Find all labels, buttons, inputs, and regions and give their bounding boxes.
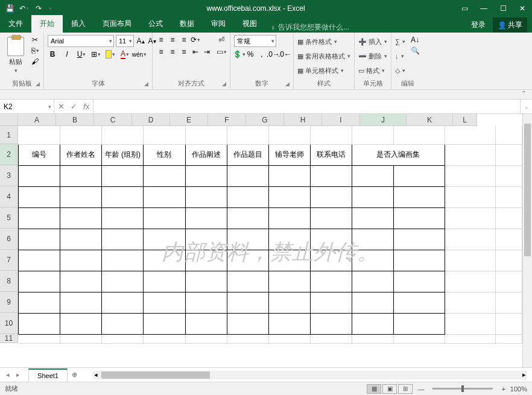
cell[interactable]	[144, 292, 185, 313]
cell[interactable]	[310, 207, 352, 229]
cell[interactable]	[60, 186, 102, 207]
share-button[interactable]: 👤 共享	[493, 17, 527, 33]
cell[interactable]	[352, 126, 394, 144]
tab-file[interactable]: 文件	[0, 15, 31, 33]
tab-insert[interactable]: 插入	[63, 15, 94, 33]
cell[interactable]	[394, 165, 445, 186]
cell[interactable]	[394, 313, 445, 334]
close-icon[interactable]: ✕	[513, 0, 532, 17]
qat-customize-icon[interactable]: ▾	[49, 5, 52, 11]
cell[interactable]	[445, 250, 495, 271]
cell[interactable]: 联系电话	[310, 144, 352, 165]
find-select-icon[interactable]: 🔍	[410, 46, 420, 55]
align-center-icon[interactable]: ≡	[168, 47, 177, 57]
align-left-icon[interactable]: ≡	[156, 47, 166, 57]
cell[interactable]	[394, 207, 445, 229]
redo-icon[interactable]: ↷	[34, 4, 43, 13]
col-header-G[interactable]: G	[246, 114, 284, 126]
cell[interactable]	[60, 165, 102, 186]
row-header-5[interactable]: 5	[0, 207, 18, 229]
cell[interactable]	[144, 186, 185, 207]
col-header-K[interactable]: K	[407, 114, 453, 126]
zoom-in-icon[interactable]: +	[501, 385, 505, 393]
cell[interactable]	[60, 207, 102, 229]
cell[interactable]	[394, 292, 445, 313]
tab-review[interactable]: 审阅	[203, 15, 234, 33]
delete-cells-button[interactable]: ➖删除▾	[358, 49, 387, 63]
cell[interactable]	[268, 186, 310, 207]
vertical-scrollbar[interactable]	[522, 114, 532, 367]
cell[interactable]	[144, 271, 185, 292]
collapse-ribbon-icon[interactable]: ⌃	[0, 90, 532, 100]
copy-icon[interactable]: ⎘▾	[30, 46, 40, 55]
cell[interactable]	[227, 207, 268, 229]
cell[interactable]	[496, 229, 522, 250]
cell[interactable]	[144, 229, 185, 250]
insert-cells-button[interactable]: ➕插入▾	[358, 35, 387, 48]
undo-icon[interactable]: ↶▾	[19, 4, 29, 13]
cell[interactable]	[60, 271, 102, 292]
increase-font-icon[interactable]: A▴	[136, 36, 145, 46]
cell[interactable]	[310, 334, 352, 343]
cells-area[interactable]: 内部资料，禁止外传。 编号作者姓名年龄 (组别)性别作品阐述作品题目辅导老师联系…	[18, 126, 522, 367]
borders-button[interactable]: ⊞▾	[91, 49, 101, 59]
cell[interactable]	[352, 229, 394, 250]
cell[interactable]	[227, 313, 268, 334]
cell[interactable]	[268, 334, 310, 343]
cell[interactable]	[19, 292, 60, 313]
cell[interactable]	[144, 165, 185, 186]
cell[interactable]	[310, 292, 352, 313]
cell[interactable]	[185, 250, 227, 271]
cell-styles-button[interactable]: ▦单元格样式▾	[297, 64, 344, 77]
cell[interactable]: 性别	[144, 144, 185, 165]
cell[interactable]	[60, 313, 102, 334]
cell[interactable]	[185, 313, 227, 334]
row-header-11[interactable]: 11	[0, 334, 18, 343]
cell[interactable]	[268, 250, 310, 271]
merge-button[interactable]: ▭▾	[217, 47, 226, 57]
cell[interactable]	[496, 144, 522, 165]
currency-icon[interactable]: 💲▾	[234, 49, 244, 59]
cell[interactable]	[268, 292, 310, 313]
name-box[interactable]: K2	[0, 100, 54, 113]
cell[interactable]	[19, 313, 60, 334]
col-header-L[interactable]: L	[453, 114, 477, 126]
cell[interactable]	[227, 126, 268, 144]
cell[interactable]	[102, 271, 144, 292]
cell[interactable]	[227, 229, 268, 250]
font-color-button[interactable]: A▾	[120, 49, 130, 59]
cell[interactable]	[310, 250, 352, 271]
save-icon[interactable]: 💾	[5, 4, 14, 13]
wrap-text-button[interactable]: ⏎	[217, 35, 226, 45]
row-header-1[interactable]: 1	[0, 126, 18, 144]
zoom-out-icon[interactable]: —	[417, 385, 424, 393]
cell[interactable]: 辅导老师	[268, 144, 310, 165]
cell[interactable]	[185, 126, 227, 144]
cell[interactable]	[268, 271, 310, 292]
cell[interactable]	[19, 229, 60, 250]
cell[interactable]	[445, 334, 495, 343]
cell[interactable]	[496, 250, 522, 271]
col-header-B[interactable]: B	[56, 114, 94, 126]
cell[interactable]	[60, 334, 102, 343]
table-format-button[interactable]: ▦套用表格格式▾	[297, 49, 350, 63]
cell[interactable]	[185, 334, 227, 343]
conditional-format-button[interactable]: ▦条件格式▾	[297, 35, 337, 48]
cell[interactable]	[19, 250, 60, 271]
cell[interactable]	[60, 126, 102, 144]
font-size-combo[interactable]: 11	[116, 35, 134, 47]
fx-icon[interactable]: fx	[83, 102, 89, 111]
cell[interactable]	[102, 165, 144, 186]
cell[interactable]	[102, 292, 144, 313]
cell[interactable]	[352, 207, 394, 229]
cell[interactable]	[445, 229, 495, 250]
phonetic-button[interactable]: wén▾	[135, 49, 144, 59]
cell[interactable]	[268, 207, 310, 229]
cell[interactable]	[102, 334, 144, 343]
cell[interactable]	[445, 271, 495, 292]
page-break-view-icon[interactable]: ⊞	[398, 384, 413, 394]
tell-me-search[interactable]: ♀ 告诉我您想要做什么...	[265, 22, 349, 33]
zoom-slider[interactable]	[432, 388, 493, 390]
cell[interactable]	[496, 207, 522, 229]
cell[interactable]	[102, 250, 144, 271]
